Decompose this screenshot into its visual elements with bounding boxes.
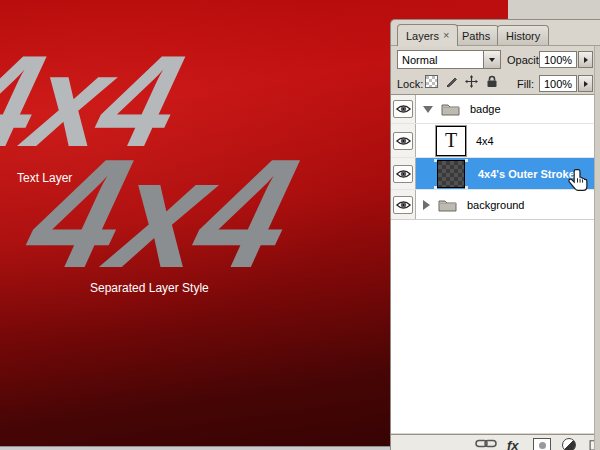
folder-icon — [441, 102, 460, 116]
layer-name: badge — [470, 103, 501, 115]
eye-icon[interactable] — [393, 100, 413, 118]
opacity-slider-button[interactable] — [578, 51, 593, 68]
layers-palette: Layers × Paths History Normal Opacity: 1… — [390, 19, 600, 450]
tab-close-icon[interactable]: × — [443, 30, 449, 41]
tab-paths-label: Paths — [462, 30, 490, 42]
visibility-cell — [391, 158, 416, 189]
adjustment-layer-icon[interactable] — [562, 438, 576, 450]
layer-name: 4x4 — [476, 135, 494, 147]
blend-mode-select[interactable]: Normal — [397, 50, 501, 69]
blend-mode-value: Normal — [398, 54, 483, 66]
palette-footer: fx — [391, 435, 596, 450]
palette-tabstrip: Layers × Paths History — [391, 20, 600, 46]
fill-input[interactable]: 100% — [539, 75, 577, 92]
lock-pixels-icon[interactable] — [445, 75, 458, 88]
canvas-4x4-stroke-shape: 4x4 — [16, 136, 307, 291]
tab-paths[interactable]: Paths — [453, 25, 499, 45]
opacity-input[interactable]: 100% — [539, 51, 577, 68]
layer-row-4x4-text[interactable]: T 4x4 — [391, 124, 596, 158]
visibility-cell — [391, 95, 416, 123]
annotation-text-layer: Text Layer — [17, 171, 72, 185]
eye-icon[interactable] — [393, 165, 413, 183]
chevron-down-icon — [489, 58, 495, 62]
layer-row-badge[interactable]: badge — [391, 95, 596, 124]
lock-buttons — [425, 75, 498, 88]
eye-icon[interactable] — [393, 132, 413, 150]
group-expanded-triangle-icon[interactable] — [423, 106, 433, 113]
layer-style-fx-icon[interactable]: fx — [507, 438, 519, 450]
tab-layers[interactable]: Layers × — [397, 24, 458, 46]
visibility-cell — [391, 124, 416, 157]
layer-name: background — [467, 199, 525, 211]
lock-position-icon[interactable] — [465, 75, 478, 88]
lock-label: Lock: — [397, 78, 423, 90]
tab-history[interactable]: History — [497, 25, 549, 45]
link-layers-icon[interactable] — [475, 438, 497, 449]
layer-list: badge T 4x4 — [391, 95, 596, 433]
layer-controls: Normal Opacity: 100% Lock: Fill: 100 — [391, 46, 596, 94]
chevron-right-icon — [584, 81, 588, 87]
window-bottom-edge — [0, 446, 392, 450]
transparency-thumbnail-frame — [434, 159, 468, 189]
add-layer-mask-icon[interactable] — [533, 438, 551, 450]
folder-icon — [438, 198, 457, 212]
lock-all-icon[interactable] — [485, 75, 498, 88]
photoshop-workspace: 4x4 4x4 Text Layer Separated Layer Style… — [0, 0, 600, 450]
text-layer-thumbnail[interactable]: T — [436, 126, 466, 156]
tab-layers-label: Layers — [406, 30, 439, 42]
group-collapsed-triangle-icon[interactable] — [423, 200, 430, 210]
fill-slider-button[interactable] — [578, 75, 593, 92]
visibility-cell — [391, 190, 416, 219]
lock-transparency-icon[interactable] — [425, 75, 438, 88]
blend-mode-dropdown-button[interactable] — [483, 51, 500, 68]
pixel-layer-thumbnail[interactable] — [437, 160, 465, 188]
annotation-separated-style: Separated Layer Style — [90, 281, 209, 295]
layer-name: 4x4's Outer Stroke — [478, 168, 575, 180]
eye-icon[interactable] — [393, 196, 413, 214]
chevron-right-icon — [584, 57, 588, 63]
tab-history-label: History — [506, 30, 540, 42]
fill-label: Fill: — [517, 78, 534, 90]
hand-cursor-icon — [566, 168, 592, 200]
